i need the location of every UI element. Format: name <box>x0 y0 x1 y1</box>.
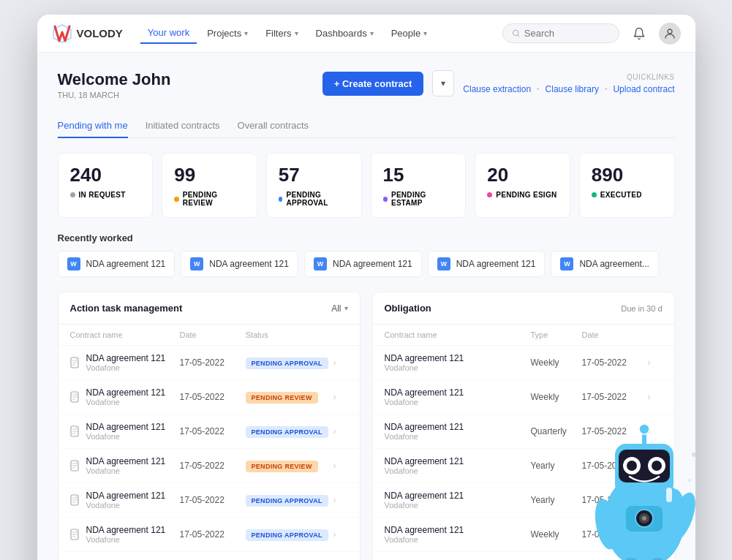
contract-cell: NDA agreement 121 Vodafone <box>70 525 180 544</box>
row-chevron-icon[interactable]: › <box>333 426 348 436</box>
date-cell: 17-05-2022 <box>180 357 246 368</box>
table-row[interactable]: NDA agreement 121 Vodafone Weekly 17-05-… <box>373 552 674 560</box>
stats-row: 240 IN REQUEST 99 PENDING REVIEW 57 PEND… <box>58 153 675 218</box>
recent-item-name: NDA agreement... <box>579 259 649 269</box>
recent-item[interactable]: W NDA agreement 121 <box>304 251 422 277</box>
nav-right <box>502 23 681 45</box>
table-row[interactable]: NDA agreement 121 Vodafone Yearly 17-05-… <box>373 483 674 518</box>
type-cell: Weekly <box>531 357 582 368</box>
search-input[interactable] <box>524 28 610 39</box>
row-chevron-icon[interactable]: › <box>333 357 348 368</box>
notification-bell[interactable] <box>628 23 650 45</box>
stat-label: PENDING REVIEW <box>174 191 245 207</box>
stat-card[interactable]: 20 PENDING ESIGN <box>475 153 570 218</box>
table-row[interactable]: NDA agreement 121 Vodafone 17-05-2022 PE… <box>59 380 360 415</box>
table-row[interactable]: NDA agreement 121 Vodafone 17-05-2022 PE… <box>59 449 360 483</box>
doc-icon: W <box>314 257 327 270</box>
row-chevron-icon[interactable]: › <box>333 529 348 540</box>
obligation-panel-column: Obligation Due in 30 d Contract name Typ… <box>372 292 675 560</box>
row-chevron-icon[interactable]: › <box>333 461 348 471</box>
create-dropdown-button[interactable]: ▾ <box>432 70 454 97</box>
status-cell: PENDING REVIEW <box>246 392 333 402</box>
create-contract-button[interactable]: + Create contract <box>322 72 424 96</box>
action-panel-column: Action task management All ▾ Contract na… <box>58 292 361 560</box>
nav-people[interactable]: People ▾ <box>384 23 434 43</box>
search-bar[interactable] <box>502 23 619 43</box>
recent-item[interactable]: W NDA agreement... <box>551 251 658 277</box>
row-chevron-icon[interactable]: › <box>648 426 663 436</box>
status-cell: PENDING REVIEW <box>246 461 333 471</box>
welcome-heading: Welcome John <box>58 70 171 89</box>
table-row[interactable]: NDA agreement 121 Vodafone 17-05-2022 › <box>59 552 360 560</box>
action-panel-header: Action task management All ▾ <box>59 292 360 325</box>
obligation-panel-header: Obligation Due in 30 d <box>373 292 674 325</box>
contract-file-icon <box>70 391 80 404</box>
nav-your-work[interactable]: Your work <box>140 23 197 44</box>
row-chevron-icon[interactable]: › <box>648 357 663 368</box>
quicklink-upload-contract[interactable]: Upload contract <box>613 84 674 94</box>
stat-dot <box>592 192 597 197</box>
brand-name: VOLODY <box>77 27 123 39</box>
nav-filters[interactable]: Filters ▾ <box>258 23 305 43</box>
recent-item-name: NDA agreement 121 <box>333 259 412 269</box>
quicklink-clause-extraction[interactable]: Clause extraction <box>463 84 531 94</box>
obligation-panel: Obligation Due in 30 d Contract name Typ… <box>372 292 675 560</box>
recent-item[interactable]: W NDA agreement 121 <box>58 251 176 277</box>
stat-card[interactable]: 240 IN REQUEST <box>58 153 154 218</box>
date-cell: 17-05-2022 <box>180 461 246 471</box>
tab-pending-with-me[interactable]: Pending with me <box>58 114 128 138</box>
table-row[interactable]: NDA agreement 121 Vodafone Weekly 17-05-… <box>373 518 674 552</box>
stat-card[interactable]: 890 EXECUTED <box>579 153 675 218</box>
contract-cell: NDA agreement 121 Vodafone <box>70 353 180 372</box>
contract-file-icon <box>70 529 80 541</box>
logo[interactable]: VOLODY <box>52 23 123 44</box>
stat-card[interactable]: 15 PENDING ESTAMP <box>371 153 467 218</box>
nav-dashboards[interactable]: Dashboards ▾ <box>309 23 381 43</box>
table-row[interactable]: NDA agreement 121 Vodafone Weekly 17-05-… <box>373 380 674 415</box>
row-chevron-icon[interactable]: › <box>333 495 348 505</box>
table-row[interactable]: NDA agreement 121 Vodafone 17-05-2022 PE… <box>59 346 360 380</box>
table-row[interactable]: NDA agreement 121 Vodafone 17-05-2022 PE… <box>59 518 360 552</box>
user-avatar[interactable] <box>659 23 681 45</box>
col-status: Status <box>246 330 333 339</box>
tab-overall-contracts[interactable]: Overall contracts <box>238 114 309 138</box>
nav-projects[interactable]: Projects ▾ <box>200 23 255 43</box>
recent-item-name: NDA agreement 121 <box>86 259 166 269</box>
due-label: Due in 30 d <box>621 304 662 313</box>
recent-items: W NDA agreement 121 W NDA agreement 121 … <box>58 251 675 277</box>
date-cell: 17-05-2022 <box>582 529 648 540</box>
row-chevron-icon[interactable]: › <box>648 495 663 505</box>
date-cell: 17-05-2022 <box>582 392 648 402</box>
stat-number: 99 <box>174 164 245 186</box>
stat-number: 240 <box>70 164 141 186</box>
quicklinks-items: Clause extraction • Clause library • Upl… <box>463 84 674 94</box>
col-type: Type <box>531 330 582 339</box>
recent-item[interactable]: W NDA agreement 121 <box>181 251 298 277</box>
tabs: Pending with me Initiated contracts Over… <box>58 114 675 138</box>
row-chevron-icon[interactable]: › <box>648 392 663 402</box>
stat-number: 20 <box>487 164 558 186</box>
stat-card[interactable]: 57 PENDING APPROVAL <box>266 153 362 218</box>
row-chevron-icon[interactable]: › <box>333 392 348 402</box>
status-badge: PENDING APPROVAL <box>246 426 328 438</box>
stat-card[interactable]: 99 PENDING REVIEW <box>162 153 257 218</box>
status-badge: PENDING REVIEW <box>246 392 318 404</box>
contract-file-icon <box>70 425 80 438</box>
action-panel-filter[interactable]: All ▾ <box>331 303 347 314</box>
row-chevron-icon[interactable]: › <box>648 529 663 540</box>
table-row[interactable]: NDA agreement 121 Vodafone 17-05-2022 PE… <box>59 415 360 449</box>
contract-file-icon <box>70 460 80 472</box>
recent-item[interactable]: W NDA agreement 121 <box>428 251 546 277</box>
table-row[interactable]: NDA agreement 121 Vodafone 17-05-2022 PE… <box>59 483 360 518</box>
row-chevron-icon[interactable]: › <box>648 461 663 471</box>
tab-initiated-contracts[interactable]: Initiated contracts <box>146 114 220 138</box>
chevron-down-icon: ▾ <box>370 29 374 37</box>
two-column-layout: Action task management All ▾ Contract na… <box>58 292 675 560</box>
nav-links: Your work Projects ▾ Filters ▾ Dashboard… <box>140 23 485 44</box>
doc-icon: W <box>437 257 450 270</box>
quicklink-clause-library[interactable]: Clause library <box>546 84 599 94</box>
contract-cell: NDA agreement 121 Vodafone <box>70 422 180 441</box>
table-row[interactable]: NDA agreement 121 Vodafone Quarterly 17-… <box>373 415 674 449</box>
table-row[interactable]: NDA agreement 121 Vodafone Yearly 17-05-… <box>373 449 674 483</box>
table-row[interactable]: NDA agreement 121 Vodafone Weekly 17-05-… <box>373 346 674 380</box>
